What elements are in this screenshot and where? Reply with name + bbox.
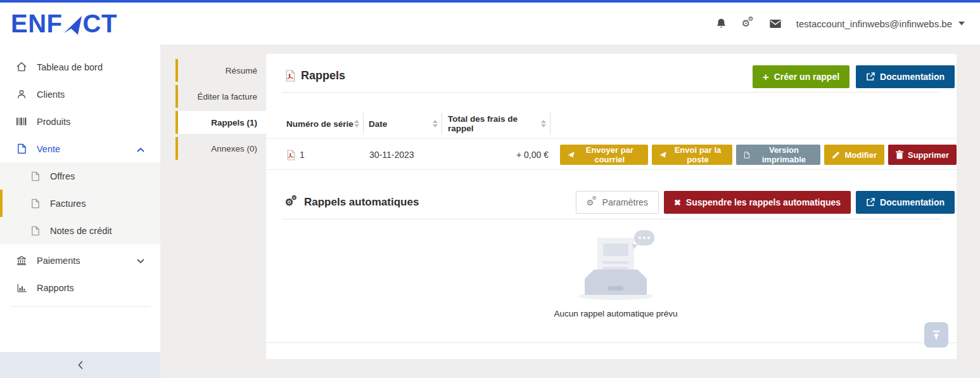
table-row: 1 30-11-2023 + 0,00 € Envoyer par courri… [266, 138, 957, 170]
row-actions: Envoyer par courriel Envoi par la poste … [560, 145, 957, 165]
parameters-button[interactable]: ⚙⚙ Paramètres [576, 191, 659, 214]
account-menu[interactable]: testaccount_infinwebs@infinwebs.be [796, 18, 965, 29]
sidebar-item-payments[interactable]: Paiements [0, 247, 160, 274]
paper-plane-logo-icon [63, 15, 82, 36]
logo-text-right: CT [83, 10, 117, 37]
divider [282, 219, 941, 219]
speech-bubble-icon [634, 230, 654, 245]
tab-resume[interactable]: Résumé [175, 59, 266, 82]
sidebar-item-offers[interactable]: Offres [0, 162, 160, 190]
sidebar-item-reports[interactable]: Rapports [0, 274, 160, 301]
trash-icon [896, 150, 903, 159]
printable-version-button[interactable]: Version imprimable [736, 145, 820, 165]
home-icon [16, 62, 27, 72]
caret-down-icon [958, 22, 965, 25]
bank-icon [16, 255, 27, 266]
pdf-icon [286, 150, 296, 160]
sidebar-item-label: Paiements [37, 256, 80, 266]
sidebar-item-label: Factures [50, 199, 86, 209]
tab-annexes[interactable]: Annexes (0) [175, 137, 266, 160]
empty-state-text: Aucun rappel automatique prévu [514, 309, 717, 318]
bar-chart-icon [16, 283, 27, 293]
page-title: Rappels [301, 69, 345, 82]
divider [282, 92, 941, 93]
invoice-tabs: Résumé Éditer la facture Rappels (1) Ann… [175, 59, 266, 163]
empty-inbox-illustration [568, 230, 663, 300]
document-icon [16, 143, 27, 154]
sort-icon[interactable] [541, 120, 546, 127]
sidebar-item-products[interactable]: Produits [0, 108, 160, 135]
sidebar-item-label: Rapports [37, 283, 74, 293]
x-icon: ✖ [674, 198, 681, 207]
sidebar-item-label: Produits [37, 117, 70, 127]
app-header: ENF CT ⚙⚙ testaccount_infinwebs@infinweb… [0, 3, 980, 44]
cell-date: 30-11-2023 [369, 139, 414, 171]
bell-icon[interactable] [716, 18, 727, 29]
documentation-button-2[interactable]: Documentation [856, 191, 955, 214]
create-rappel-button[interactable]: + Créer un rappel [753, 65, 850, 88]
sort-icon[interactable] [354, 120, 359, 127]
sidebar-item-label: Notes de crédit [50, 226, 112, 236]
rappels-panel: Rappels + Créer un rappel Documentation … [266, 54, 957, 359]
cogs-icon: ⚙⚙ [587, 198, 597, 207]
paper-plane-icon [659, 150, 666, 159]
plus-icon: + [763, 72, 769, 82]
document-icon [31, 226, 41, 236]
cell-serial: 1 [286, 139, 305, 171]
sidebar-item-invoices[interactable]: Factures [0, 190, 160, 217]
sidebar-item-label: Clients [37, 89, 65, 100]
pdf-file-icon [744, 150, 750, 160]
sidebar-item-clients[interactable]: Clients [0, 81, 160, 108]
column-header-date[interactable]: Date [369, 113, 442, 134]
documentation-button[interactable]: Documentation [856, 65, 955, 88]
edit-button[interactable]: Modifier [824, 145, 884, 165]
sidebar-item-dashboard[interactable]: Tableau de bord [0, 53, 160, 81]
enfact-logo[interactable]: ENF CT [11, 10, 117, 37]
sidebar-item-label: Tableau de bord [37, 62, 103, 72]
chevron-up-icon [137, 144, 144, 154]
arrow-up-to-line-icon [931, 329, 942, 341]
divider [266, 342, 957, 343]
tab-edit-invoice[interactable]: Éditer la facture [175, 85, 266, 108]
external-link-icon [866, 72, 875, 81]
sidebar-collapse-button[interactable] [0, 352, 160, 378]
rappels-table-header: Numéro de série Date Total des frais de … [266, 113, 957, 134]
tab-rappels[interactable]: Rappels (1) [175, 111, 266, 134]
person-icon [16, 89, 27, 100]
sidebar: Tableau de bord Clients Produits Vente [0, 44, 160, 378]
empty-state: Aucun rappel automatique prévu [514, 230, 717, 318]
document-icon [31, 171, 41, 181]
chevron-left-icon [77, 360, 84, 370]
column-header-total[interactable]: Total des frais de rappel [448, 113, 550, 134]
sidebar-item-credit-notes[interactable]: Notes de crédit [0, 217, 160, 244]
send-email-button[interactable]: Envoyer par courriel [560, 145, 648, 165]
messages-envelope-icon[interactable] [770, 20, 781, 28]
sort-icon[interactable] [433, 120, 438, 127]
sidebar-divider [10, 306, 150, 307]
suspend-auto-rappels-button[interactable]: ✖ Suspendre les rappels automatiques [664, 191, 851, 214]
external-link-icon [866, 198, 875, 207]
logo-text-left: ENF [11, 10, 63, 37]
document-icon [31, 199, 41, 209]
chevron-down-icon [137, 256, 144, 266]
cell-total: + 0,00 € [448, 139, 549, 171]
delete-button[interactable]: Supprimer [888, 145, 957, 165]
barcode-icon [16, 117, 27, 126]
settings-cogs-icon[interactable]: ⚙⚙ [742, 18, 754, 29]
sidebar-item-label: Offres [50, 171, 75, 181]
rappels-title: Rappels [285, 69, 345, 82]
cogs-icon: ⚙⚙ [285, 197, 298, 208]
auto-rappels-title: ⚙⚙ Rappels automatiques [285, 191, 419, 214]
scroll-to-top-button[interactable] [924, 322, 948, 348]
send-post-button[interactable]: Envoi par la poste [652, 145, 733, 165]
sidebar-item-sales[interactable]: Vente [0, 135, 160, 162]
sidebar-item-label: Vente [37, 144, 60, 154]
paper-plane-icon [568, 150, 575, 159]
account-email: testaccount_infinwebs@infinwebs.be [796, 18, 952, 29]
pdf-icon [285, 70, 296, 82]
pencil-icon [832, 151, 840, 159]
column-header-serial[interactable]: Numéro de série [286, 113, 364, 134]
sales-submenu: Offres Factures Notes de crédit [0, 162, 160, 244]
